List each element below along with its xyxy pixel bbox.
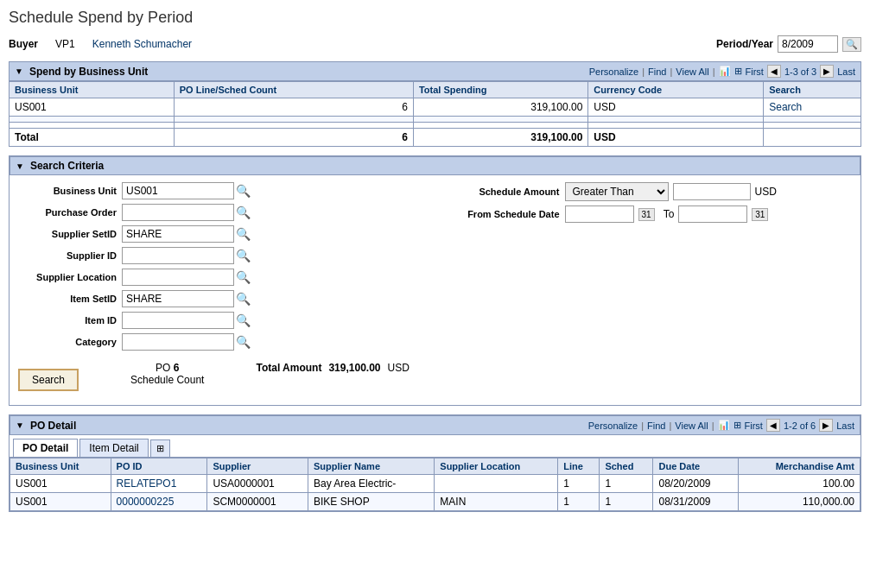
to-calendar-button[interactable]: 31 — [752, 208, 768, 221]
schedule-amount-row: Schedule Amount Greater Than Less Than E… — [444, 182, 853, 201]
schedule-amount-select[interactable]: Greater Than Less Than Equal To — [565, 182, 669, 201]
po-last-nav[interactable]: Last — [836, 420, 854, 431]
total-row: Total 6 319,100.00 USD — [10, 129, 861, 147]
category-label: Category — [18, 337, 122, 347]
personalize-link[interactable]: Personalize — [589, 66, 638, 77]
total-spending: 319,100.00 — [413, 129, 587, 147]
cell-bu: US001 — [10, 475, 111, 493]
col-business-unit: Business Unit — [10, 82, 175, 98]
business-unit-lookup[interactable]: 🔍 — [234, 184, 252, 198]
supplier-location-lookup[interactable]: 🔍 — [234, 270, 252, 284]
collapse-icon[interactable]: ▼ — [15, 66, 23, 76]
tab-item-detail[interactable]: Item Detail — [79, 439, 148, 457]
period-lookup-button[interactable]: 🔍 — [842, 37, 861, 52]
cell-po-count: 6 — [174, 98, 413, 117]
from-date-input[interactable] — [565, 205, 634, 223]
schedule-amount-input[interactable] — [673, 183, 751, 200]
item-setid-lookup[interactable]: 🔍 — [234, 292, 252, 306]
table-row — [10, 117, 861, 123]
period-section: Period/Year 🔍 — [716, 35, 861, 53]
first-nav[interactable]: First — [746, 66, 764, 77]
supplier-location-label: Supplier Location — [18, 272, 122, 282]
cell-due-date: 08/20/2009 — [653, 475, 739, 493]
po-export-icon[interactable]: 📊 — [718, 420, 730, 431]
col-search: Search — [764, 82, 861, 98]
category-lookup[interactable]: 🔍 — [234, 335, 252, 349]
total-amount-value: 319,100.00 — [328, 362, 380, 374]
cell-sched: 1 — [600, 493, 653, 511]
period-input[interactable] — [778, 35, 838, 53]
tab-customize-icon[interactable]: ⊞ — [150, 439, 170, 457]
schedule-amount-controls: Greater Than Less Than Equal To USD — [565, 182, 777, 201]
cell-search — [764, 117, 861, 123]
to-date-input[interactable] — [678, 205, 747, 223]
from-calendar-button[interactable]: 31 — [638, 208, 655, 221]
cell-po-id[interactable]: RELATEPO1 — [111, 475, 207, 493]
item-id-input[interactable] — [122, 312, 234, 329]
search-criteria-title: ▼ Search Criteria — [16, 160, 104, 172]
business-unit-row: Business Unit 🔍 — [18, 182, 427, 199]
po-collapse-icon[interactable]: ▼ — [16, 420, 24, 430]
view-all-link[interactable]: View All — [676, 66, 708, 77]
category-row: Category 🔍 — [18, 333, 427, 351]
purchase-order-input[interactable] — [122, 204, 234, 221]
search-criteria-header: ▼ Search Criteria — [10, 156, 860, 175]
cell-bu — [10, 123, 175, 129]
cell-line: 1 — [558, 493, 600, 511]
cell-search[interactable]: Search — [764, 98, 861, 117]
page-title: Schedule Spend by Period — [9, 9, 861, 27]
po-detail-title: ▼ PO Detail — [16, 420, 76, 432]
po-id-link[interactable]: 0000000225 — [117, 496, 175, 508]
buyer-label: Buyer — [9, 38, 38, 50]
po-grid-icon[interactable]: ⊞ — [733, 420, 741, 431]
total-amount-label: Total Amount — [256, 362, 321, 374]
po-view-all-link[interactable]: View All — [675, 420, 708, 431]
cell-currency — [588, 117, 764, 123]
po-detail-tabs-bar: PO Detail Item Detail ⊞ — [10, 435, 860, 458]
next-nav[interactable]: ▶ — [820, 65, 834, 78]
item-setid-input[interactable] — [122, 290, 234, 307]
item-id-lookup[interactable]: 🔍 — [234, 313, 252, 327]
cell-due-date: 08/31/2009 — [653, 493, 739, 511]
col-currency: Currency Code — [588, 82, 764, 98]
po-detail-section: ▼ PO Detail Personalize | Find | View Al… — [9, 414, 861, 512]
grid-icon[interactable]: ⊞ — [734, 66, 742, 77]
po-next-nav[interactable]: ▶ — [819, 419, 833, 432]
tab-po-detail[interactable]: PO Detail — [13, 439, 78, 457]
po-detail-header: ▼ PO Detail Personalize | Find | View Al… — [10, 415, 860, 435]
po-summary: PO 6 Schedule Count — [130, 362, 204, 386]
purchase-order-label: Purchase Order — [18, 207, 122, 218]
supplier-setid-lookup[interactable]: 🔍 — [234, 227, 252, 241]
supplier-location-input[interactable] — [122, 269, 234, 286]
search-link[interactable]: Search — [769, 101, 802, 113]
cell-spending — [413, 117, 587, 123]
spend-table: Business Unit PO Line/Sched Count Total … — [9, 81, 861, 147]
spend-section-title: ▼ Spend by Business Unit — [15, 66, 148, 78]
total-currency: USD — [387, 362, 409, 374]
supplier-id-lookup[interactable]: 🔍 — [234, 249, 252, 262]
po-find-link[interactable]: Find — [647, 420, 665, 431]
to-label: To — [664, 208, 675, 220]
prev-nav[interactable]: ◀ — [767, 65, 781, 78]
po-id-link[interactable]: RELATEPO1 — [117, 477, 177, 490]
schedule-count-label: Schedule Count — [130, 374, 204, 386]
export-icon[interactable]: 📊 — [719, 66, 731, 77]
find-link[interactable]: Find — [648, 66, 666, 77]
last-nav[interactable]: Last — [837, 66, 855, 77]
supplier-setid-input[interactable] — [122, 225, 234, 243]
item-setid-row: Item SetID 🔍 — [18, 290, 427, 307]
search-collapse-icon[interactable]: ▼ — [16, 161, 24, 171]
po-prev-nav[interactable]: ◀ — [766, 419, 780, 432]
search-button[interactable]: Search — [18, 369, 79, 391]
category-input[interactable] — [122, 333, 234, 351]
from-date-label: From Schedule Date — [444, 209, 565, 219]
po-personalize-link[interactable]: Personalize — [588, 420, 638, 431]
cell-po-id[interactable]: 0000000225 — [111, 493, 207, 511]
table-row — [10, 123, 861, 129]
supplier-id-input[interactable] — [122, 247, 234, 264]
criteria-body: Business Unit 🔍 Purchase Order 🔍 Supplie… — [10, 175, 860, 362]
total-currency: USD — [588, 129, 764, 147]
purchase-order-lookup[interactable]: 🔍 — [234, 205, 252, 219]
po-first-nav[interactable]: First — [745, 420, 763, 431]
business-unit-input[interactable] — [122, 182, 234, 199]
